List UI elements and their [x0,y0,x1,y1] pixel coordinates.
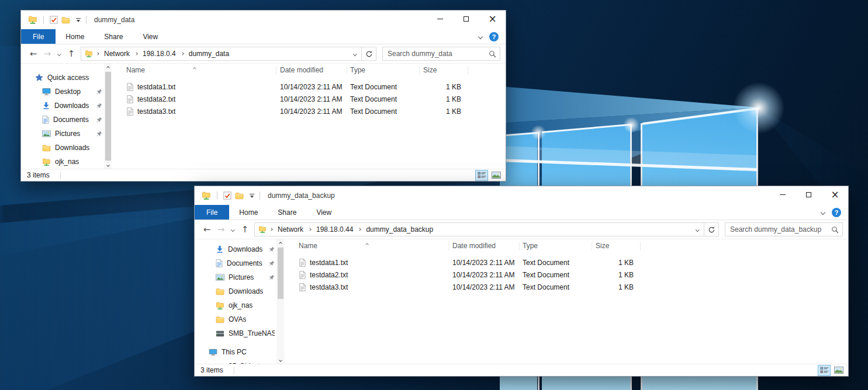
breadcrumb-folder[interactable]: dummy_data [189,50,229,58]
tab-home[interactable]: Home [229,205,268,220]
forward-button[interactable]: → [214,224,228,235]
refresh-button[interactable] [361,47,376,60]
maximize-button[interactable] [796,186,822,203]
address-bar[interactable]: Network 198.18.0.44 dummy_data_backup [254,222,719,236]
up-button[interactable]: ↑ [64,48,78,59]
sidebar-item-ojk-nas[interactable]: ojk_nas [195,298,276,312]
breadcrumb-host[interactable]: 198.18.0.4 [143,50,176,58]
scrollbar-down-arrow[interactable] [276,356,284,364]
search-icon[interactable] [831,226,839,234]
sidebar-item-pictures[interactable]: Pictures [21,127,104,141]
search-box[interactable] [725,222,843,236]
column-headers: Name Date modified Type Size [112,64,506,76]
sidebar-scrollbar[interactable] [276,239,284,364]
refresh-button[interactable] [704,223,718,236]
maximize-button[interactable] [453,11,479,27]
qat-properties-button[interactable] [222,191,233,200]
close-button[interactable]: × [479,11,506,27]
pin-icon [96,117,102,123]
address-dropdown-chevron[interactable] [691,223,704,236]
file-row[interactable]: testdata1.txt 10/14/2023 2:11 AM Text Do… [112,81,506,93]
qat-customize-dropdown[interactable] [75,17,82,23]
close-button[interactable]: × [822,186,848,203]
back-button[interactable]: ← [200,224,214,235]
minimize-button[interactable] [427,11,453,27]
recent-locations-chevron[interactable] [228,228,238,231]
navigation-pane: Quick access Desktop Downloads Documents [21,64,112,169]
column-header-date-modified[interactable]: Date modified [276,66,347,75]
large-icons-view-button[interactable] [832,365,845,376]
address-bar[interactable]: Network 198.18.0.4 dummy_data [81,47,376,61]
file-row[interactable]: testdata2.txt 10/14/2023 2:11 AM Text Do… [112,93,506,105]
pin-icon [96,131,102,137]
sidebar-item-downloads-folder[interactable]: Downloads [195,284,276,298]
forward-button[interactable]: → [40,48,54,59]
search-input[interactable] [388,50,489,58]
sidebar-item-label: Downloads [54,102,89,110]
tab-share[interactable]: Share [268,205,306,220]
file-row[interactable]: testdata1.txt 10/14/2023 2:11 AM Text Do… [284,256,848,269]
column-header-size[interactable]: Size [420,66,468,75]
expand-ribbon-chevron[interactable] [474,29,487,44]
sidebar-item-3d-objects[interactable]: 3D Objects [195,359,276,364]
help-icon[interactable]: ? [489,32,499,41]
column-header-size[interactable]: Size [592,242,641,250]
qat-new-folder-button[interactable] [60,16,72,24]
address-dropdown-chevron[interactable] [348,47,361,60]
tab-view[interactable]: View [133,29,168,44]
file-row[interactable]: testdata2.txt 10/14/2023 2:11 AM Text Do… [284,269,848,281]
scrollbar-down-arrow[interactable] [104,161,112,169]
scrollbar-thumb[interactable] [278,248,283,299]
column-header-date-modified[interactable]: Date modified [449,242,520,250]
sidebar-item-smb-truenas[interactable]: SMB_TrueNAS (\ [195,326,276,340]
sidebar-item-ojk-nas[interactable]: ojk_nas [21,155,104,169]
back-button[interactable]: ← [26,48,40,59]
sidebar-item-downloads-folder[interactable]: Downloads [21,141,104,155]
recent-locations-chevron[interactable] [54,53,64,55]
details-view-button[interactable] [475,170,488,181]
tab-file[interactable]: File [21,29,56,44]
scrollbar-up-arrow[interactable] [276,239,284,247]
sidebar-item-documents[interactable]: Documents [195,256,276,270]
sidebar-item-ovas[interactable]: OVAs [195,312,276,326]
file-row[interactable]: testdata3.txt 10/14/2023 2:11 AM Text Do… [112,105,506,117]
details-view-button[interactable] [818,365,831,376]
column-header-type[interactable]: Type [520,242,592,250]
help-icon[interactable]: ? [832,208,841,217]
sidebar-item-label: SMB_TrueNAS (\ [229,329,275,337]
tab-home[interactable]: Home [56,29,94,44]
qat-customize-dropdown[interactable] [248,193,255,199]
navigation-bar: ← → ↑ Network 198.18.0.44 dummy_data_bac… [195,220,848,239]
title-bar[interactable]: dummy_data × [21,11,506,29]
search-icon[interactable] [489,50,496,58]
column-header-type[interactable]: Type [347,66,420,75]
tab-file[interactable]: File [195,205,229,220]
navigation-bar: ← → ↑ Network 198.18.0.4 dummy_data [21,44,506,64]
sidebar-item-pictures[interactable]: Pictures [195,270,276,284]
tab-view[interactable]: View [306,205,341,220]
expand-ribbon-chevron[interactable] [817,205,829,220]
sidebar-scrollbar[interactable] [104,64,112,169]
sidebar-item-downloads-pinned[interactable]: Downloads [21,99,104,113]
search-box[interactable] [382,47,500,61]
file-row[interactable]: testdata3.txt 10/14/2023 2:11 AM Text Do… [284,281,848,293]
breadcrumb-network[interactable]: Network [104,50,130,58]
breadcrumb-host[interactable]: 198.18.0.44 [316,225,353,234]
up-button[interactable]: ↑ [238,224,252,235]
sidebar-item-downloads-pinned[interactable]: Downloads [195,242,276,256]
scrollbar-thumb[interactable] [105,72,111,161]
tab-share[interactable]: Share [94,29,133,44]
qat-new-folder-button[interactable] [233,192,245,200]
title-bar[interactable]: dummy_data_backup × [195,186,848,205]
sidebar-item-this-pc[interactable]: This PC [195,345,276,359]
qat-properties-button[interactable] [48,16,60,24]
sidebar-item-quick-access[interactable]: Quick access [21,71,104,85]
large-icons-view-button[interactable] [490,170,503,181]
minimize-button[interactable] [769,186,796,203]
breadcrumb-network[interactable]: Network [278,225,303,234]
breadcrumb-folder[interactable]: dummy_data_backup [366,225,433,234]
sidebar-item-documents[interactable]: Documents [21,113,104,127]
search-input[interactable] [730,225,831,234]
scrollbar-up-arrow[interactable] [104,64,112,71]
sidebar-item-desktop[interactable]: Desktop [21,85,104,99]
